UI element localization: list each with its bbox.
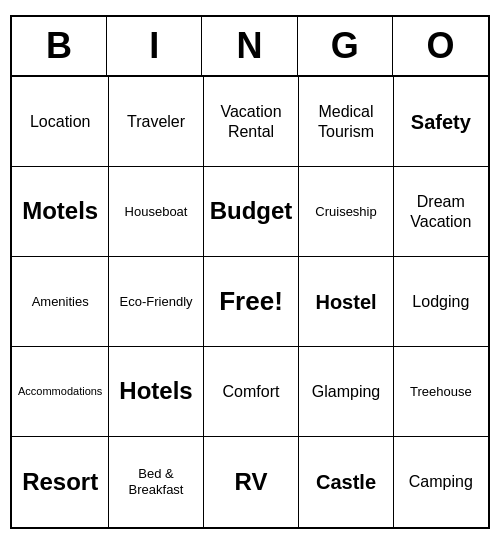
- cell-r1-c0: Motels: [12, 167, 109, 257]
- cell-r0-c4: Safety: [394, 77, 488, 167]
- cell-r4-c3: Castle: [299, 437, 393, 527]
- header-letter: O: [393, 17, 488, 75]
- cell-r0-c0: Location: [12, 77, 109, 167]
- cell-r1-c4: Dream Vacation: [394, 167, 488, 257]
- cell-r1-c1: Houseboat: [109, 167, 203, 257]
- header-letter: G: [298, 17, 393, 75]
- cell-r3-c0: Accommodations: [12, 347, 109, 437]
- bingo-grid: LocationTravelerVacation RentalMedical T…: [12, 77, 488, 527]
- cell-r2-c0: Amenities: [12, 257, 109, 347]
- bingo-header: BINGO: [12, 17, 488, 77]
- cell-r2-c4: Lodging: [394, 257, 488, 347]
- cell-r2-c3: Hostel: [299, 257, 393, 347]
- cell-r4-c4: Camping: [394, 437, 488, 527]
- header-letter: N: [202, 17, 297, 75]
- cell-r3-c3: Glamping: [299, 347, 393, 437]
- cell-r2-c1: Eco-Friendly: [109, 257, 203, 347]
- cell-r4-c2: RV: [204, 437, 300, 527]
- cell-r3-c2: Comfort: [204, 347, 300, 437]
- header-letter: B: [12, 17, 107, 75]
- cell-r1-c2: Budget: [204, 167, 300, 257]
- cell-r3-c4: Treehouse: [394, 347, 488, 437]
- cell-r4-c1: Bed & Breakfast: [109, 437, 203, 527]
- cell-r4-c0: Resort: [12, 437, 109, 527]
- header-letter: I: [107, 17, 202, 75]
- cell-r0-c2: Vacation Rental: [204, 77, 300, 167]
- bingo-card: BINGO LocationTravelerVacation RentalMed…: [10, 15, 490, 529]
- cell-r1-c3: Cruiseship: [299, 167, 393, 257]
- cell-r2-c2: Free!: [204, 257, 300, 347]
- cell-r0-c3: Medical Tourism: [299, 77, 393, 167]
- cell-r3-c1: Hotels: [109, 347, 203, 437]
- cell-r0-c1: Traveler: [109, 77, 203, 167]
